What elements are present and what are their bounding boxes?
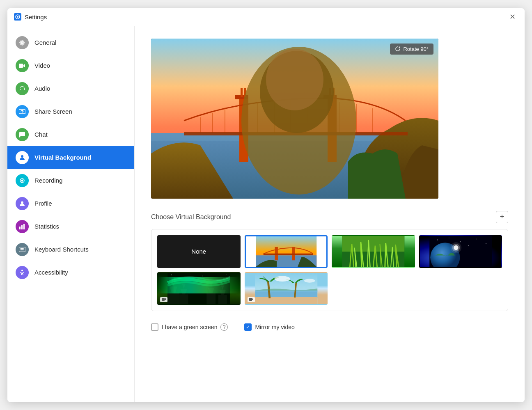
svg-point-6: [21, 179, 23, 181]
sidebar-item-virtual-background-label: Virtual Background: [34, 154, 91, 161]
app-icon: [14, 13, 21, 21]
svg-point-57: [486, 243, 486, 244]
background-bridge[interactable]: [245, 235, 328, 268]
green-screen-help-icon[interactable]: ?: [220, 323, 228, 331]
svg-rect-16: [20, 250, 21, 250]
recording-icon: [16, 174, 29, 187]
background-space[interactable]: [419, 235, 502, 268]
svg-point-77: [304, 279, 315, 283]
svg-point-19: [21, 270, 23, 271]
svg-rect-8: [19, 227, 21, 229]
sidebar-item-audio[interactable]: Audio: [7, 77, 134, 100]
sidebar-item-general-label: General: [34, 39, 56, 46]
sidebar-item-chat-label: Chat: [34, 131, 48, 138]
chat-icon: [16, 128, 29, 141]
window-title: Settings: [25, 14, 47, 21]
close-button[interactable]: ✕: [507, 11, 518, 23]
background-grid: None: [151, 229, 508, 311]
sidebar-item-keyboard-shortcuts[interactable]: Keyboard Shortcuts: [7, 238, 134, 261]
svg-point-1: [17, 16, 18, 18]
background-aurora[interactable]: [157, 272, 241, 305]
svg-rect-78: [249, 298, 252, 301]
main-content: Rotate 90° Choose Virtual Background + N…: [135, 26, 525, 402]
svg-point-55: [460, 241, 461, 242]
svg-point-63: [450, 242, 461, 253]
choose-title: Choose Virtual Background: [151, 213, 231, 221]
add-background-button[interactable]: +: [496, 211, 508, 223]
svg-rect-14: [22, 248, 23, 249]
svg-rect-69: [162, 298, 165, 301]
video-icon: [16, 59, 29, 72]
video-indicator-aurora: [160, 297, 167, 302]
sidebar-item-accessibility-label: Accessibility: [34, 269, 68, 276]
sidebar-item-profile[interactable]: Profile: [7, 192, 134, 215]
svg-rect-9: [21, 225, 23, 229]
sidebar-item-audio-label: Audio: [34, 85, 50, 92]
svg-point-44: [266, 49, 323, 110]
svg-point-76: [274, 276, 290, 281]
profile-icon: [16, 197, 29, 210]
svg-rect-12: [20, 248, 21, 249]
svg-rect-13: [21, 248, 22, 249]
svg-rect-10: [23, 224, 25, 229]
share-screen-icon: [16, 105, 29, 118]
titlebar-left: Settings: [14, 13, 47, 21]
sidebar-item-virtual-background[interactable]: Virtual Background: [7, 146, 134, 169]
statistics-icon: [16, 220, 29, 233]
svg-point-67: [202, 275, 203, 276]
headphones-icon: [16, 82, 29, 95]
settings-window: Settings ✕ General: [7, 8, 525, 402]
sidebar-item-video-label: Video: [34, 62, 50, 69]
choose-header: Choose Virtual Background +: [151, 211, 508, 223]
svg-point-54: [448, 237, 449, 238]
svg-rect-73: [255, 297, 317, 304]
virtual-background-icon: [16, 151, 29, 164]
gear-icon: [16, 36, 29, 49]
sidebar-item-statistics[interactable]: Statistics: [7, 215, 134, 238]
green-screen-option: I have a green screen ?: [151, 323, 228, 331]
sidebar-item-recording[interactable]: Recording: [7, 169, 134, 192]
green-screen-checkbox[interactable]: [151, 323, 158, 331]
svg-point-68: [226, 274, 226, 275]
svg-point-59: [468, 245, 469, 246]
sidebar-item-chat[interactable]: Chat: [7, 123, 134, 146]
svg-rect-15: [23, 248, 24, 249]
sidebar-item-statistics-label: Statistics: [34, 223, 59, 230]
sidebar-item-general[interactable]: General: [7, 31, 134, 54]
svg-point-66: [191, 274, 191, 274]
video-preview: Rotate 90°: [151, 39, 438, 199]
mirror-video-option: ✓ Mirror my video: [244, 323, 294, 331]
svg-point-4: [21, 155, 23, 158]
keyboard-icon: [16, 243, 29, 256]
svg-rect-18: [23, 250, 24, 250]
svg-point-65: [171, 274, 172, 275]
svg-rect-49: [263, 253, 312, 255]
options-row: I have a green screen ? ✓ Mirror my vide…: [151, 323, 508, 331]
titlebar: Settings ✕: [7, 8, 525, 26]
sidebar-item-video[interactable]: Video: [7, 54, 134, 77]
svg-point-7: [21, 201, 23, 204]
sidebar-item-share-screen[interactable]: Share Screen: [7, 100, 134, 123]
sidebar: General Video Audio: [7, 26, 135, 402]
svg-rect-27: [241, 88, 243, 97]
sidebar-item-accessibility[interactable]: Accessibility: [7, 261, 134, 284]
sidebar-item-profile-label: Profile: [34, 200, 52, 207]
sidebar-item-recording-label: Recording: [34, 177, 62, 184]
svg-point-53: [437, 239, 438, 240]
svg-rect-17: [21, 250, 23, 250]
background-beach[interactable]: [245, 272, 328, 305]
content-area: General Video Audio: [7, 26, 525, 402]
mirror-video-label: Mirror my video: [255, 324, 294, 330]
green-screen-label: I have a green screen: [162, 324, 217, 330]
video-indicator-beach: [248, 297, 255, 302]
none-label: None: [191, 248, 206, 255]
svg-rect-2: [19, 64, 23, 68]
mirror-video-checkbox[interactable]: ✓: [244, 323, 252, 331]
sidebar-item-share-screen-label: Share Screen: [34, 108, 72, 115]
accessibility-icon: [16, 266, 29, 279]
background-grass[interactable]: [332, 235, 415, 268]
svg-point-56: [476, 238, 477, 239]
background-none[interactable]: None: [157, 235, 241, 268]
rotate-button[interactable]: Rotate 90°: [390, 44, 433, 55]
sidebar-item-keyboard-shortcuts-label: Keyboard Shortcuts: [34, 246, 89, 253]
